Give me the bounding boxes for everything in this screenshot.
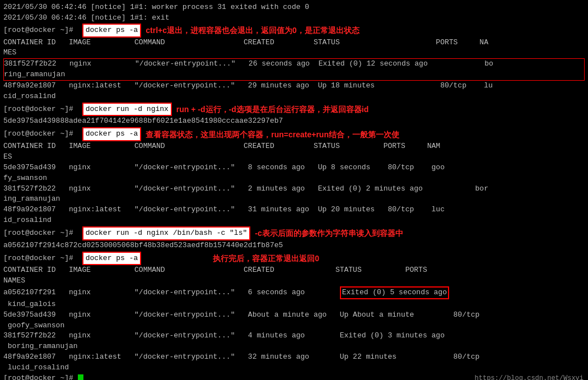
table-row-8-line2: boring_ramanujan: [3, 341, 585, 352]
prompt-3: [root@docker ~]#: [3, 25, 78, 36]
last-prompt: [root@docker ~]#: [3, 373, 78, 380]
log-line-2: 2021/05/30 06:42:46 [notice] 1#1: exit: [3, 13, 585, 24]
table-row-5-line1: 48f9a92e1807 nginx:latest "/docker-entry…: [3, 205, 585, 215]
container-id-1: 5de3975ad439888adea21f704142e9688bf6021e…: [3, 116, 585, 127]
table-row-3-line1: 5de3975ad439 nginx "/docker-entrypoint..…: [3, 163, 585, 173]
cmd-line-6: [root@docker ~]# docker run -d nginx /bi…: [3, 226, 585, 240]
cmd-4: docker run -d nginx: [82, 103, 172, 117]
table-header-1: CONTAINER ID IMAGE COMMAND CREATED STATU…: [3, 38, 585, 48]
table-row-3-line2: fy_swanson: [3, 173, 585, 184]
log-line-1: 2021/05/30 06:42:46 [notice] 1#1: worker…: [3, 2, 585, 13]
table-row-5-line2: id_rosalind: [3, 215, 585, 226]
table-row-9-line1: 48f9a92e1807 nginx:latest "/docker-entry…: [3, 352, 585, 363]
footer-url: https://blog.csdn.net/Wsxyi: [475, 374, 584, 380]
prompt-7: [root@docker ~]#: [3, 253, 78, 264]
cmd-7: docker ps -a: [82, 252, 142, 266]
prompt-6: [root@docker ~]#: [3, 228, 78, 239]
table-row-7-line1: 5de3975ad439 nginx "/docker-entrypoint..…: [3, 310, 585, 321]
cursor: [78, 374, 83, 380]
prompt-4: [root@docker ~]#: [3, 104, 78, 115]
table-header-3b: NAMES: [3, 276, 585, 286]
table-row-1: 381f527f2b22 nginx "/docker-entrypoint..…: [3, 58, 585, 81]
cmd-line-3: [root@docker ~]# docker ps -a ctrl+c退出，进…: [3, 24, 585, 38]
terminal: 2021/05/30 06:42:46 [notice] 1#1: worker…: [0, 0, 588, 380]
annotation-7: 执行完后，容器正常退出返回0: [213, 253, 319, 264]
table-header-1b: MES: [3, 48, 585, 58]
table-header-2b: ES: [3, 152, 585, 163]
table-row-4-line2: ing_ramanujan: [3, 194, 585, 205]
status-highlight: Exited (0) 5 seconds ago: [340, 286, 449, 299]
container-id-2: a0562107f2914c872cd02530005068bf48b38ed5…: [3, 240, 585, 251]
prompt-5: [root@docker ~]#: [3, 129, 78, 140]
cmd-line-5: [root@docker ~]# docker ps -a 查看容器状态，这里出…: [3, 127, 585, 141]
annotation-4: run + -d运行，-d选项是在后台运行容器，并返回容器id: [176, 104, 368, 115]
table-row-6: a0562107f291 nginx "/docker-entrypoint..…: [3, 286, 585, 299]
cmd-5: docker ps -a: [82, 127, 142, 141]
cmd-6: docker run -d nginx /bin/bash -c "ls": [82, 226, 251, 240]
table-row-2-line2: cid_rosalind: [3, 91, 585, 102]
table-row-8-line1: 381f527f2b22 nginx "/docker-entrypoint..…: [3, 331, 585, 341]
table-row-7-line2: goofy_swanson: [3, 321, 585, 331]
cmd-line-4: [root@docker ~]# docker run -d nginx run…: [3, 103, 585, 117]
annotation-3: ctrl+c退出，进程容器也会退出，返回值为0，是正常退出状态: [146, 25, 360, 36]
table-row-6b: kind_galois: [3, 299, 585, 310]
table-row-9-line2: lucid_rosalind: [3, 363, 585, 373]
annotation-5: 查看容器状态，这里出现两个容器，run=create+run结合，一般第一次使: [146, 129, 399, 140]
cmd-3: docker ps -a: [82, 24, 142, 38]
cmd-line-7: [root@docker ~]# docker ps -a 执行完后，容器正常退…: [3, 252, 585, 266]
table-header-2: CONTAINER ID IMAGE COMMAND CREATED STATU…: [3, 141, 585, 152]
table-row-1-line2: ring_ramanujan: [4, 69, 584, 80]
table-row-4-line1: 381f527f2b22 nginx "/docker-entrypoint..…: [3, 184, 585, 194]
table-row-6-text: a0562107f291 nginx "/docker-entrypoint..…: [3, 288, 340, 298]
table-row-2-line1: 48f9a92e1807 nginx:latest "/docker-entry…: [3, 81, 585, 91]
table-header-3: CONTAINER ID IMAGE COMMAND CREATED STATU…: [3, 265, 585, 276]
table-row-1-line1: 381f527f2b22 nginx "/docker-entrypoint..…: [4, 59, 584, 69]
annotation-6: -c表示后面的参数作为字符串读入到容器中: [255, 228, 403, 239]
